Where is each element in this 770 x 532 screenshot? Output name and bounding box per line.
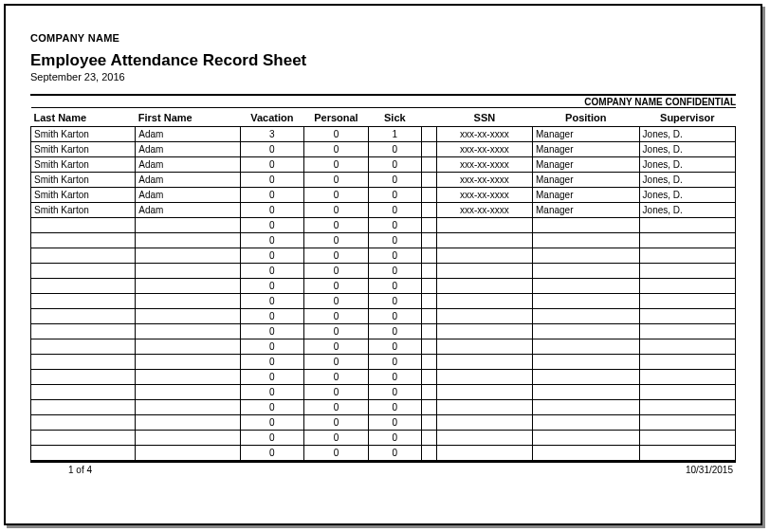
cell (31, 248, 136, 264)
cell: Jones, D. (639, 173, 735, 188)
cell: 0 (240, 339, 304, 355)
cell: 0 (304, 294, 369, 309)
cell: 0 (368, 203, 421, 218)
table-row: 000 (31, 415, 736, 431)
cell (136, 218, 240, 233)
cell (136, 279, 240, 294)
cell (421, 415, 436, 431)
cell: 0 (240, 142, 304, 157)
cell: Manager (533, 157, 640, 173)
cell (136, 233, 240, 248)
cell (436, 355, 532, 370)
cell: 0 (304, 142, 369, 157)
table-row: 000 (31, 294, 736, 309)
col-last-name: Last Name (31, 108, 136, 127)
cell (639, 324, 735, 339)
cell: 0 (368, 324, 421, 339)
cell (31, 339, 136, 355)
cell: 0 (240, 279, 304, 294)
cell (31, 324, 136, 339)
cell: Adam (136, 203, 240, 218)
cell (639, 400, 735, 415)
cell: 0 (240, 218, 304, 233)
cell: xxx-xx-xxxx (436, 142, 532, 157)
cell: 0 (240, 233, 304, 248)
cell: 0 (304, 431, 369, 446)
cell: 0 (368, 309, 421, 324)
cell: 0 (368, 279, 421, 294)
cell (31, 446, 136, 461)
table-body: Smith KartonAdam301xxx-xx-xxxxManagerJon… (31, 127, 736, 461)
col-gap (421, 108, 436, 127)
cell (421, 279, 436, 294)
cell (136, 385, 240, 400)
cell (421, 324, 436, 339)
cell: 0 (368, 446, 421, 461)
cell (421, 264, 436, 279)
cell: 0 (240, 188, 304, 203)
col-supervisor: Supervisor (639, 108, 735, 127)
cell: 0 (304, 385, 369, 400)
table-row: 000 (31, 264, 736, 279)
cell (639, 233, 735, 248)
table-row: Smith KartonAdam000xxx-xx-xxxxManagerJon… (31, 203, 736, 218)
cell (533, 309, 640, 324)
cell (31, 279, 136, 294)
cell (136, 355, 240, 370)
cell (436, 400, 532, 415)
cell: 0 (368, 355, 421, 370)
cell (436, 264, 532, 279)
cell (533, 294, 640, 309)
cell (639, 294, 735, 309)
table-row: 000 (31, 233, 736, 248)
cell (31, 431, 136, 446)
cell: Adam (136, 188, 240, 203)
cell (436, 339, 532, 355)
cell: 0 (368, 400, 421, 415)
cell (436, 370, 532, 385)
cell (533, 400, 640, 415)
document-date: September 23, 2016 (30, 71, 736, 83)
cell: 0 (368, 370, 421, 385)
cell: 0 (304, 173, 369, 188)
cell (136, 248, 240, 264)
cell (31, 309, 136, 324)
cell: Smith Karton (31, 127, 136, 142)
cell: 0 (368, 248, 421, 264)
col-first-name: First Name (136, 108, 240, 127)
cell: Manager (533, 173, 640, 188)
table-row: 000 (31, 279, 736, 294)
cell (533, 415, 640, 431)
cell (639, 264, 735, 279)
cell: 0 (304, 370, 369, 385)
table-row: Smith KartonAdam000xxx-xx-xxxxManagerJon… (31, 188, 736, 203)
cell: 0 (240, 385, 304, 400)
cell: 0 (368, 385, 421, 400)
cell: 0 (240, 309, 304, 324)
company-name: COMPANY NAME (30, 32, 736, 44)
cell: Smith Karton (31, 173, 136, 188)
cell (533, 233, 640, 248)
cell (436, 218, 532, 233)
cell: Smith Karton (31, 142, 136, 157)
confidential-label: COMPANY NAME CONFIDENTIAL (30, 94, 736, 107)
cell: 0 (240, 446, 304, 461)
table-row: Smith KartonAdam000xxx-xx-xxxxManagerJon… (31, 173, 736, 188)
cell (421, 233, 436, 248)
cell: xxx-xx-xxxx (436, 203, 532, 218)
table-row: 000 (31, 400, 736, 415)
cell: 0 (368, 339, 421, 355)
cell (533, 446, 640, 461)
cell (533, 339, 640, 355)
cell (421, 157, 436, 173)
cell (533, 370, 640, 385)
cell: 0 (304, 248, 369, 264)
cell (136, 370, 240, 385)
cell: 0 (240, 264, 304, 279)
table-row: Smith KartonAdam301xxx-xx-xxxxManagerJon… (31, 127, 736, 142)
cell: 0 (240, 431, 304, 446)
cell (436, 446, 532, 461)
col-sick: Sick (368, 108, 421, 127)
cell: 0 (304, 415, 369, 431)
cell (31, 233, 136, 248)
